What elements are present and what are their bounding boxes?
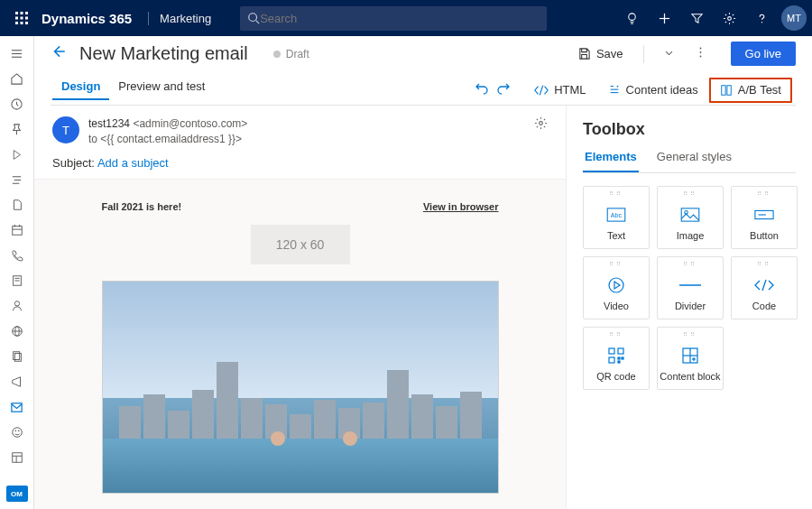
megaphone-icon[interactable] <box>5 370 30 393</box>
user-avatar[interactable]: MT <box>781 5 807 31</box>
form-icon[interactable] <box>5 269 30 292</box>
app-launcher-icon[interactable] <box>5 12 38 24</box>
save-icon <box>577 47 591 60</box>
filter-icon[interactable] <box>682 4 711 32</box>
svg-point-41 <box>18 430 19 431</box>
svg-rect-57 <box>681 208 699 221</box>
tile-video[interactable]: ⠿⠿Video <box>583 256 650 319</box>
segments-icon[interactable] <box>5 168 30 191</box>
phone-icon[interactable] <box>5 244 30 267</box>
svg-rect-2 <box>25 12 28 14</box>
save-button[interactable]: Save <box>572 43 629 64</box>
person-icon[interactable] <box>5 294 30 318</box>
toolbox-panel: Toolbox Elements General styles ⠿⠿AbcTex… <box>567 106 812 509</box>
om-badge[interactable]: OM <box>6 486 28 502</box>
toolbox-title: Toolbox <box>583 120 796 139</box>
svg-rect-67 <box>622 357 623 359</box>
clock-icon[interactable] <box>5 92 30 116</box>
svg-point-51 <box>616 85 618 87</box>
template-icon[interactable] <box>5 446 30 469</box>
svg-rect-68 <box>618 361 620 363</box>
svg-rect-6 <box>15 22 18 24</box>
global-search[interactable] <box>240 6 547 31</box>
copy-icon[interactable] <box>5 345 30 368</box>
sender-info: test1234 <admin@contoso.com> to <{{ cont… <box>88 116 247 147</box>
svg-point-61 <box>609 278 623 292</box>
save-dropdown[interactable] <box>659 43 679 64</box>
ab-test-icon <box>720 84 733 97</box>
add-subject-link[interactable]: Add a subject <box>97 156 169 170</box>
svg-point-47 <box>699 56 701 58</box>
svg-point-54 <box>540 122 543 125</box>
pin-icon[interactable] <box>5 117 30 141</box>
tab-preview[interactable]: Preview and test <box>109 79 214 100</box>
svg-rect-25 <box>12 227 22 236</box>
svg-point-40 <box>14 430 15 431</box>
back-button[interactable] <box>51 43 67 64</box>
sender-settings-icon[interactable] <box>534 116 548 133</box>
svg-rect-63 <box>609 348 614 354</box>
hero-image[interactable] <box>102 281 499 494</box>
svg-rect-52 <box>722 85 725 95</box>
lightbulb-icon[interactable] <box>617 4 646 32</box>
toolbox-tab-styles[interactable]: General styles <box>655 150 734 172</box>
help-icon[interactable] <box>747 4 776 32</box>
search-input[interactable] <box>260 12 540 25</box>
ab-test-button[interactable]: A/B Test <box>709 78 792 103</box>
tile-qr[interactable]: ⠿⠿QR code <box>583 327 650 390</box>
gear-icon[interactable] <box>715 4 743 32</box>
svg-rect-66 <box>618 357 620 359</box>
email-canvas: T test1234 <admin@contoso.com> to <{{ co… <box>34 106 567 509</box>
undo-button[interactable] <box>475 81 489 98</box>
tile-code[interactable]: ⠿⠿Code <box>731 256 798 319</box>
status-badge: Draft <box>273 48 309 60</box>
chevron-down-icon <box>664 48 674 58</box>
tile-button[interactable]: ⠿⠿Button <box>731 186 798 249</box>
subject-row[interactable]: Subject: Add a subject <box>52 156 548 170</box>
tile-image[interactable]: ⠿⠿Image <box>657 186 724 249</box>
svg-rect-64 <box>618 348 623 354</box>
svg-point-45 <box>699 48 701 50</box>
left-nav-rail: OM <box>0 36 34 509</box>
globe-icon[interactable] <box>5 319 30 343</box>
svg-point-9 <box>249 14 257 22</box>
sender-avatar: T <box>52 116 79 143</box>
emoji-icon[interactable] <box>5 421 30 444</box>
preview-headline: Fall 2021 is here! <box>102 201 182 212</box>
brand-name[interactable]: Dynamics 365 <box>38 11 141 26</box>
calendar-icon[interactable] <box>5 218 30 242</box>
more-button[interactable] <box>692 42 709 65</box>
redo-button[interactable] <box>496 81 511 98</box>
content-ideas-button[interactable]: Content ideas <box>597 75 709 106</box>
tab-design[interactable]: Design <box>52 79 109 100</box>
brand-module[interactable]: Marketing <box>148 12 222 25</box>
plus-icon[interactable] <box>650 4 678 32</box>
code-icon <box>534 85 549 96</box>
svg-rect-1 <box>21 12 23 14</box>
go-live-button[interactable]: Go live <box>731 42 796 66</box>
svg-point-16 <box>727 16 731 20</box>
tile-text[interactable]: ⠿⠿AbcText <box>583 186 650 249</box>
html-button[interactable]: HTML <box>523 75 596 106</box>
svg-rect-4 <box>21 17 23 20</box>
svg-point-17 <box>761 22 761 23</box>
play-icon[interactable] <box>5 143 30 166</box>
mail-icon[interactable] <box>5 395 30 419</box>
svg-point-11 <box>628 13 635 20</box>
logo-placeholder[interactable]: 120 x 60 <box>251 225 350 264</box>
view-in-browser-link[interactable]: View in browser <box>423 201 499 212</box>
home-icon[interactable] <box>5 67 30 90</box>
hamburger-icon[interactable] <box>5 42 30 65</box>
toolbox-tab-elements[interactable]: Elements <box>583 150 639 172</box>
global-top-bar: Dynamics 365 Marketing MT <box>0 0 812 36</box>
svg-rect-0 <box>15 12 18 14</box>
svg-point-39 <box>12 428 22 438</box>
tile-content-block[interactable]: ⠿⠿Content block <box>657 327 724 390</box>
tile-divider[interactable]: ⠿⠿Divider <box>657 256 724 319</box>
svg-rect-5 <box>25 17 28 20</box>
svg-rect-42 <box>12 453 22 463</box>
svg-rect-53 <box>727 85 731 95</box>
svg-rect-8 <box>25 22 28 24</box>
page-icon[interactable] <box>5 193 30 217</box>
svg-line-10 <box>256 21 260 24</box>
